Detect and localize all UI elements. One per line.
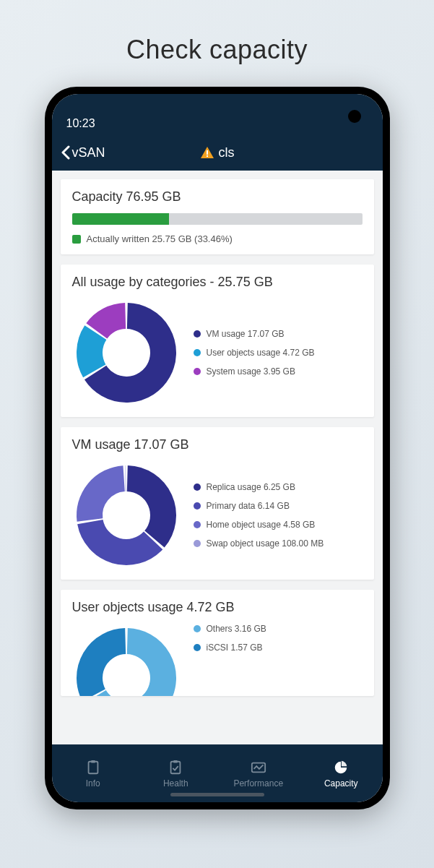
vm-usage-title: VM usage 17.07 GB [72,437,363,452]
legend-label: Primary data 6.14 GB [207,501,290,511]
tab-info[interactable]: Info [52,745,135,802]
legend-item: Replica usage 6.25 GB [194,482,324,492]
all-usage-card: All usage by categories - 25.75 GB VM us… [61,265,374,417]
svg-rect-1 [207,150,208,155]
legend-item: Primary data 6.14 GB [194,501,324,511]
legend-dot [194,521,201,528]
vm-usage-donut [72,461,181,570]
capacity-progress-track [72,213,363,225]
legend-item: Swap object usage 108.00 MB [194,538,324,549]
info-icon [85,760,101,775]
capacity-legend-text: Actually written 25.75 GB (33.46%) [87,233,233,244]
svg-rect-4 [91,760,95,762]
health-icon [168,760,183,775]
svg-rect-5 [171,761,181,773]
legend-dot [194,330,201,338]
legend-label: System usage 3.95 GB [207,366,295,377]
vm-usage-card: VM usage 17.07 GB Replica usage 6.25 GBP… [61,427,374,580]
page-heading: Check capacity [126,35,308,65]
content-area[interactable]: Capacity 76.95 GB Actually written 25.75… [52,171,383,744]
legend-item: Others 3.16 GB [194,624,266,634]
user-objects-donut [72,624,181,696]
back-button[interactable]: vSAN [61,145,105,160]
svg-rect-2 [207,155,208,157]
vm-usage-chart-row: Replica usage 6.25 GBPrimary data 6.14 G… [72,461,363,570]
user-objects-legend: Others 3.16 GBiSCSI 1.57 GB [194,624,266,653]
all-usage-legend: VM usage 17.07 GBUser objects usage 4.72… [194,329,315,377]
legend-dot [194,644,201,651]
legend-item: System usage 3.95 GB [194,366,315,377]
legend-label: VM usage 17.07 GB [207,329,285,339]
legend-label: User objects usage 4.72 GB [207,348,315,358]
legend-label: Replica usage 6.25 GB [207,482,295,492]
status-time: 10:23 [66,117,95,130]
svg-rect-6 [174,760,178,762]
legend-dot [194,368,201,375]
nav-bar: vSAN cls [52,134,383,171]
capacity-title: Capacity 76.95 GB [72,189,363,205]
back-label: vSAN [72,145,105,160]
legend-label: Others 3.16 GB [207,624,266,634]
status-bar: 10:23 [52,94,383,134]
svg-marker-0 [201,147,214,158]
legend-label: Swap object usage 108.00 MB [207,538,324,549]
legend-item: VM usage 17.07 GB [194,329,315,339]
camera-cutout [348,110,361,123]
vm-usage-legend: Replica usage 6.25 GBPrimary data 6.14 G… [194,482,324,549]
legend-dot [194,625,201,632]
performance-icon [251,760,266,775]
phone-screen: 10:23 vSAN cls Capacity 76.95 G [52,94,383,802]
tab-capacity-label: Capacity [324,778,358,788]
tab-performance-label: Performance [233,778,283,788]
home-indicator[interactable] [170,793,264,796]
all-usage-title: All usage by categories - 25.75 GB [72,275,363,290]
tab-capacity[interactable]: Capacity [300,745,383,802]
legend-label: iSCSI 1.57 GB [207,643,263,653]
tab-info-label: Info [86,778,100,788]
capacity-icon [333,760,349,775]
user-objects-chart-row: Others 3.16 GBiSCSI 1.57 GB [72,624,363,696]
svg-rect-3 [88,761,97,773]
chevron-left-icon [61,145,71,160]
nav-title: cls [219,145,235,160]
user-objects-title: User objects usage 4.72 GB [72,600,363,615]
legend-item: User objects usage 4.72 GB [194,348,315,358]
legend-dot [194,484,201,491]
phone-frame: 10:23 vSAN cls Capacity 76.95 G [45,87,390,809]
tab-health-label: Health [163,778,188,788]
warning-icon [200,146,214,159]
legend-item: iSCSI 1.57 GB [194,643,266,653]
all-usage-donut [72,298,181,407]
legend-dot [194,502,201,510]
legend-label: Home object usage 4.58 GB [207,520,316,530]
capacity-legend: Actually written 25.75 GB (33.46%) [72,233,363,244]
legend-item: Home object usage 4.58 GB [194,520,324,530]
capacity-progress-fill [72,213,170,225]
capacity-swatch [72,235,81,244]
legend-dot [194,349,201,356]
capacity-card: Capacity 76.95 GB Actually written 25.75… [61,179,374,254]
user-objects-card: User objects usage 4.72 GB Others 3.16 G… [61,590,374,696]
all-usage-chart-row: VM usage 17.07 GBUser objects usage 4.72… [72,298,363,407]
legend-dot [194,540,201,547]
